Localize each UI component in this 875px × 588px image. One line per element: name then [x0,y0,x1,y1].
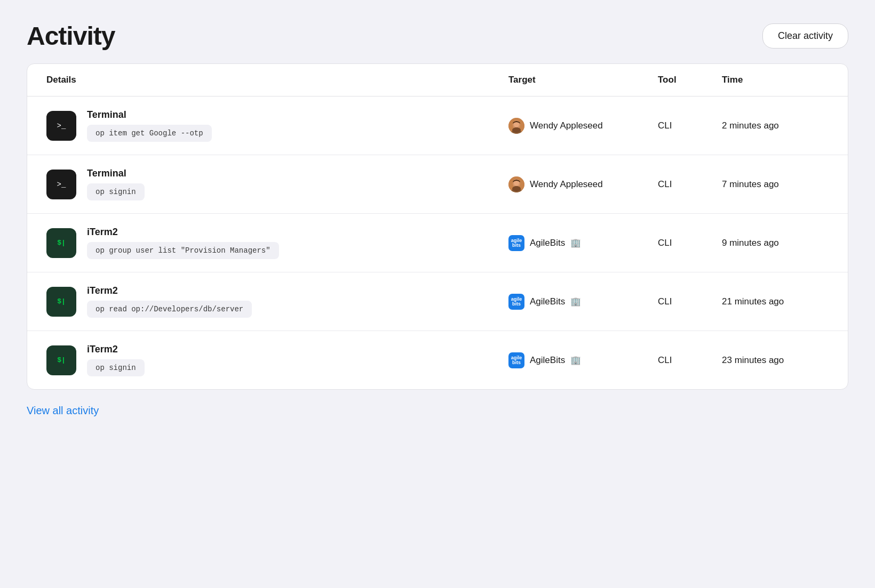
app-name: iTerm2 [87,344,145,355]
target-cell: agilebits AgileBits 🏢 [508,235,658,251]
agile-text: agilebits [511,238,522,248]
col-details: Details [46,75,508,85]
page-header: Activity Clear activity [27,21,848,51]
wendy-avatar-svg [508,176,524,192]
target-name: AgileBits [530,355,565,366]
details-text: iTerm2 op read op://Developers/db/server [87,285,252,318]
details-text: Terminal op signin [87,168,145,200]
app-icon-terminal: >_ [46,111,76,141]
tool-cell: CLI [658,296,722,307]
svg-point-9 [512,186,521,191]
details-text: Terminal op item get Google --otp [87,109,212,142]
iterm2-icon: $| [57,356,66,364]
time-cell: 23 minutes ago [722,355,829,366]
table-row: >_ Terminal op item get Google --otp Wen… [27,96,848,155]
details-text: iTerm2 op group user list "Provision Man… [87,227,279,259]
iterm2-icon: $| [57,297,66,305]
details-text: iTerm2 op signin [87,344,145,376]
iterm2-icon: $| [57,239,66,247]
agilebits-icon: agilebits [508,294,524,310]
clear-activity-button[interactable]: Clear activity [762,23,848,49]
details-cell: >_ Terminal op item get Google --otp [46,109,508,142]
terminal-prompt-icon: >_ [57,122,66,130]
avatar-wendy [508,118,524,134]
target-cell: Wendy Appleseed [508,176,658,192]
details-cell: $| iTerm2 op read op://Developers/db/ser… [46,285,508,318]
time-cell: 7 minutes ago [722,179,829,190]
activity-table: Details Target Tool Time >_ Terminal op … [27,63,848,390]
table-row: $| iTerm2 op signin agilebits AgileBits … [27,331,848,389]
details-cell: >_ Terminal op signin [46,168,508,200]
tool-cell: CLI [658,179,722,190]
target-cell: agilebits AgileBits 🏢 [508,352,658,368]
target-name: AgileBits [530,296,565,307]
wendy-avatar-svg [508,118,524,134]
app-icon-iterm2: $| [46,287,76,317]
time-cell: 21 minutes ago [722,296,829,307]
details-cell: $| iTerm2 op group user list "Provision … [46,227,508,259]
command-pill: op read op://Developers/db/server [87,301,252,318]
lock-emoji: 🏢 [570,238,581,248]
table-row: $| iTerm2 op group user list "Provision … [27,214,848,272]
app-name: Terminal [87,109,212,120]
lock-emoji: 🏢 [570,296,581,307]
agilebits-icon: agilebits [508,235,524,251]
app-name: Terminal [87,168,145,179]
table-row: $| iTerm2 op read op://Developers/db/ser… [27,272,848,331]
app-name: iTerm2 [87,227,279,238]
view-all-activity-link[interactable]: View all activity [27,405,99,416]
agile-text: agilebits [511,297,522,307]
target-name: Wendy Appleseed [530,120,603,131]
col-tool: Tool [658,75,722,85]
target-name: Wendy Appleseed [530,179,603,190]
tool-cell: CLI [658,355,722,366]
page-title: Activity [27,21,115,51]
agile-text: agilebits [511,356,522,365]
terminal-prompt-icon: >_ [57,180,66,189]
app-name: iTerm2 [87,285,252,296]
tool-cell: CLI [658,238,722,248]
command-pill: op item get Google --otp [87,125,212,142]
target-cell: agilebits AgileBits 🏢 [508,294,658,310]
time-cell: 9 minutes ago [722,238,829,248]
lock-emoji: 🏢 [570,355,581,365]
target-cell: Wendy Appleseed [508,118,658,134]
command-pill: op signin [87,359,145,376]
target-name: AgileBits [530,238,565,248]
time-cell: 2 minutes ago [722,120,829,131]
agilebits-icon: agilebits [508,352,524,368]
details-cell: $| iTerm2 op signin [46,344,508,376]
tool-cell: CLI [658,120,722,131]
command-pill: op signin [87,183,145,200]
svg-point-4 [512,127,521,133]
app-icon-iterm2: $| [46,228,76,258]
app-icon-terminal: >_ [46,170,76,199]
col-time: Time [722,75,829,85]
table-header: Details Target Tool Time [27,64,848,96]
app-icon-iterm2: $| [46,345,76,375]
avatar-wendy [508,176,524,192]
command-pill: op group user list "Provision Managers" [87,242,279,259]
table-row: >_ Terminal op signin Wendy Appleseed CL [27,155,848,214]
col-target: Target [508,75,658,85]
